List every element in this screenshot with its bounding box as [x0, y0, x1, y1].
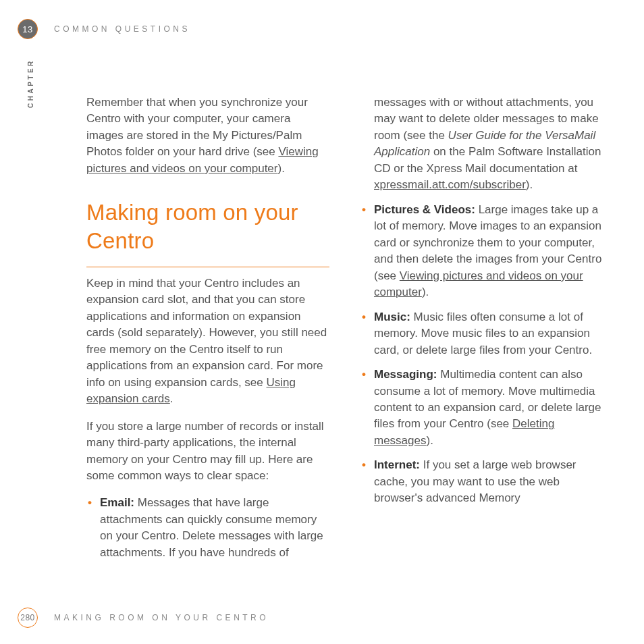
intro-text-after: ).	[278, 162, 285, 175]
header-section-label: COMMON QUESTIONS	[54, 24, 190, 34]
list-item-music: Music: Music files often consume a lot o…	[374, 309, 603, 358]
messaging-t2: ).	[426, 434, 433, 447]
link-viewing-pictures-2[interactable]: Viewing pictures and videos on your comp…	[374, 269, 583, 298]
chapter-number-badge: 13	[18, 19, 38, 39]
page-number-badge: 280	[18, 608, 38, 628]
music-label: Music:	[374, 311, 410, 323]
chapter-number: 13	[22, 24, 32, 34]
list-item-messaging: Messaging: Multimedia content can also c…	[374, 367, 603, 449]
email-t3: ).	[526, 178, 533, 191]
document-page: 13 COMMON QUESTIONS CHAPTER Remember tha…	[0, 0, 644, 644]
para1-after: .	[170, 392, 173, 405]
internet-label: Internet:	[374, 458, 420, 471]
page-number: 280	[20, 613, 35, 622]
intro-paragraph: Remember that when you synchronize your …	[86, 95, 329, 177]
messaging-label: Messaging:	[374, 368, 437, 381]
paragraph-expansion: Keep in mind that your Centro includes a…	[86, 275, 329, 408]
email-label: Email:	[100, 496, 134, 509]
list-item-internet: Internet: If you set a large web browser…	[374, 457, 603, 506]
chapter-vertical-label: CHAPTER	[27, 59, 34, 108]
intro-text-before: Remember that when you synchronize your …	[86, 96, 308, 158]
para1-before: Keep in mind that your Centro includes a…	[86, 277, 327, 389]
paragraph-clear-space: If you store a large number of records o…	[86, 419, 329, 485]
footer-section-label: MAKING ROOM ON YOUR CENTRO	[54, 613, 269, 622]
pictures-label: Pictures & Videos:	[374, 203, 475, 216]
pictures-t2: ).	[422, 286, 429, 298]
section-title: Making room on your Centro	[86, 198, 329, 267]
list-item-pictures: Pictures & Videos: Large images take up …	[374, 202, 603, 301]
body-content: Remember that when you synchronize your …	[86, 95, 603, 570]
link-xpressmail[interactable]: xpressmail.att.com/subscriber	[374, 178, 526, 191]
